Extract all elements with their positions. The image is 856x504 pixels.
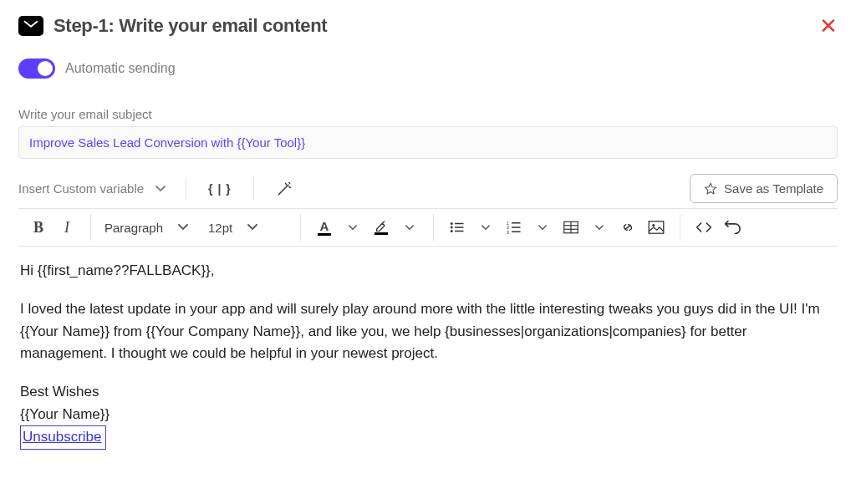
font-size-label: 12pt (208, 221, 232, 235)
unsubscribe-link[interactable]: Unsubscribe (20, 425, 106, 450)
divider (300, 214, 301, 241)
chevron-down-icon (155, 186, 166, 192)
svg-rect-3 (455, 227, 464, 228)
table-button[interactable] (559, 214, 583, 241)
svg-rect-1 (455, 223, 464, 225)
star-icon (704, 182, 717, 196)
link-button[interactable] (616, 214, 639, 241)
toolbar-row-2: B I Paragraph 12pt A (18, 208, 838, 247)
spintax-button[interactable]: { | } (200, 179, 240, 199)
text-color-dropdown[interactable] (341, 214, 364, 241)
automatic-sending-toggle[interactable] (18, 59, 55, 79)
page-title: Step-1: Write your email content (54, 15, 327, 37)
body-greeting: Hi {{first_name??FALLBACK}}, (20, 260, 836, 282)
email-body-editor[interactable]: Hi {{first_name??FALLBACK}}, I loved the… (18, 260, 838, 450)
toggle-knob (38, 61, 53, 76)
subject-input[interactable] (18, 126, 838, 159)
paragraph-format-label: Paragraph (104, 221, 163, 235)
font-size-dropdown[interactable]: 12pt (201, 217, 293, 238)
toolbar-row-1-left: Insert Custom variable { | } (18, 177, 301, 201)
automatic-sending-row: Automatic sending (18, 59, 838, 79)
table-dropdown[interactable] (588, 214, 611, 241)
automatic-sending-label: Automatic sending (65, 61, 176, 76)
italic-button[interactable]: I (55, 214, 79, 241)
divider (433, 214, 434, 241)
bold-button[interactable]: B (27, 214, 50, 241)
save-as-template-label: Save as Template (724, 181, 823, 196)
body-closing-line1: Best Wishes (20, 381, 836, 403)
svg-rect-11 (512, 232, 521, 233)
toolbar-row-1: Insert Custom variable { | } Save as Tem… (18, 174, 838, 203)
mail-icon (18, 16, 43, 36)
numbered-list-button[interactable]: 123 (502, 214, 526, 241)
bullet-list-dropdown[interactable] (474, 214, 497, 241)
divider (90, 214, 91, 241)
svg-point-4 (451, 230, 453, 232)
undo-button[interactable] (721, 214, 744, 241)
svg-rect-7 (512, 222, 521, 224)
save-as-template-button[interactable]: Save as Template (690, 174, 838, 203)
source-code-button[interactable] (692, 214, 716, 241)
divider (186, 177, 186, 201)
text-color-button[interactable]: A (313, 214, 336, 241)
svg-point-0 (451, 222, 453, 225)
svg-rect-5 (455, 231, 464, 232)
highlight-color-dropdown[interactable] (398, 214, 421, 241)
insert-custom-variable-dropdown[interactable]: Insert Custom variable (18, 181, 172, 196)
chevron-down-icon (178, 224, 188, 231)
header-left: Step-1: Write your email content (18, 15, 327, 37)
svg-point-2 (451, 227, 453, 229)
close-icon[interactable]: ✕ (819, 15, 838, 37)
svg-point-17 (652, 224, 655, 227)
numbered-list-dropdown[interactable] (531, 214, 554, 241)
highlight-color-button[interactable] (369, 214, 393, 241)
body-closing-line2: {{Your Name}} (20, 404, 836, 425)
paragraph-format-dropdown[interactable]: Paragraph (98, 217, 198, 238)
divider (253, 177, 254, 201)
header-row: Step-1: Write your email content ✕ (18, 15, 838, 37)
svg-text:3: 3 (507, 230, 509, 235)
svg-rect-9 (512, 227, 521, 228)
bullet-list-button[interactable] (446, 214, 469, 241)
svg-rect-16 (649, 221, 664, 233)
magic-wand-button[interactable] (268, 177, 301, 201)
chevron-down-icon (247, 224, 257, 231)
insert-custom-variable-label: Insert Custom variable (18, 181, 144, 196)
divider (680, 214, 680, 241)
body-paragraph: I loved the latest update in your app an… (20, 298, 836, 364)
subject-label: Write your email subject (18, 107, 838, 121)
image-button[interactable] (645, 214, 668, 241)
